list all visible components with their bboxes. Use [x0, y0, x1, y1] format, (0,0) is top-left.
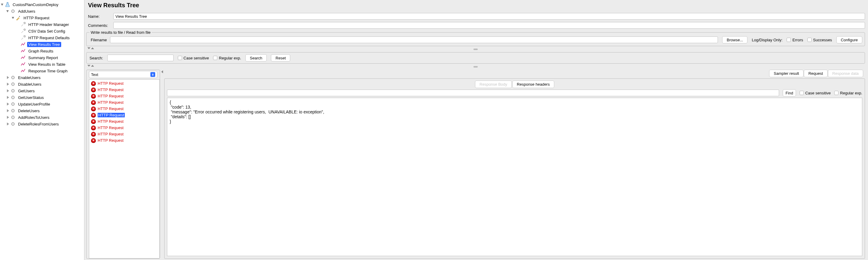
errors-label: Errors [792, 38, 803, 42]
configure-button[interactable]: Configure [836, 36, 862, 44]
tree-node-sibling[interactable]: EnableUsers [1, 74, 84, 81]
comments-input[interactable] [113, 22, 865, 29]
tree-node-sibling[interactable]: GetUserStatus [1, 94, 84, 101]
gear-icon [10, 8, 16, 14]
tree-label: HTTP Request Defaults [27, 35, 71, 40]
svg-point-3 [12, 10, 13, 12]
tab-response-data[interactable]: Response data [828, 70, 863, 77]
successes-checkbox[interactable] [807, 38, 812, 42]
svg-marker-27 [7, 122, 9, 125]
result-row[interactable]: HTTP Request [89, 124, 159, 131]
error-icon [91, 100, 96, 105]
tree-node-child[interactable]: HTTP Request Defaults [1, 34, 84, 41]
find-button[interactable]: Find [783, 89, 796, 96]
name-input[interactable] [113, 13, 865, 20]
tree-node-child[interactable]: View Results Tree [1, 41, 84, 48]
svg-marker-24 [7, 116, 9, 119]
tree-node-sibling[interactable]: UpdateUserProfile [1, 101, 84, 107]
tree-label: AddUsers [17, 9, 36, 14]
result-row[interactable]: HTTP Request [89, 137, 159, 144]
tree-label: View Results Tree [27, 42, 61, 47]
tree-node-threadgroup[interactable]: AddUsers [1, 8, 84, 15]
tab-sampler-result[interactable]: Sampler result [769, 70, 804, 77]
result-row[interactable]: HTTP Request [89, 106, 159, 112]
error-icon [91, 119, 96, 124]
search-case-checkbox[interactable] [178, 56, 182, 60]
result-row[interactable]: HTTP Request [89, 118, 159, 124]
result-row[interactable]: HTTP Request [89, 131, 159, 137]
tree-label: GetUserStatus [17, 95, 45, 100]
tree-label: HTTP Request [22, 16, 51, 21]
reset-button[interactable]: Reset [271, 54, 290, 61]
wrench-icon [21, 22, 26, 27]
gear-icon [10, 81, 16, 87]
filename-input[interactable] [110, 36, 718, 43]
tree-label: Summary Report [27, 55, 59, 60]
tree-node-child[interactable]: View Results in Table [1, 61, 84, 67]
tab-response-headers[interactable]: Response headers [513, 81, 554, 88]
test-plan-tree[interactable]: CustosPlanCustomDeploy AddUsers HTTP Req… [0, 0, 84, 260]
tree-node-child[interactable]: Graph Results [1, 48, 84, 54]
splitter-horizontal[interactable] [86, 65, 865, 68]
chart-icon [21, 61, 26, 67]
renderer-select[interactable]: Text [89, 71, 157, 78]
file-groupbox: Write results to file / Read from file F… [86, 32, 865, 46]
tree-label: DeleteRolesFromUsers [17, 121, 60, 127]
search-input[interactable] [107, 55, 174, 61]
dropdown-icon [150, 72, 155, 77]
svg-point-26 [12, 117, 13, 118]
result-row[interactable]: HTTP Request [89, 99, 159, 106]
tree-node-sibling[interactable]: GetUsers [1, 87, 84, 94]
error-icon [91, 138, 96, 143]
svg-point-8 [12, 77, 13, 78]
result-row[interactable]: HTTP Request [89, 112, 159, 118]
search-bar: Search: Case sensitive Regular exp. Sear… [86, 52, 865, 64]
result-row[interactable]: HTTP Request [89, 87, 159, 93]
tree-node-sibling[interactable]: DeleteRolesFromUsers [1, 121, 84, 127]
tree-node-child[interactable]: Response Time Graph [1, 67, 84, 74]
successes-label: Successes [813, 38, 832, 42]
splitter-horizontal[interactable] [86, 47, 865, 50]
response-body-text[interactable]: { "code": 13, "message": "Error occurred… [167, 98, 862, 256]
tree-label: DeleteUsers [17, 108, 41, 113]
errors-checkbox[interactable] [786, 38, 791, 42]
tree-label: EnableUsers [17, 75, 41, 80]
results-list[interactable]: HTTP RequestHTTP RequestHTTP RequestHTTP… [89, 79, 160, 259]
page-title: View Results Tree [88, 2, 865, 9]
tree-node-sampler[interactable]: HTTP Request [1, 15, 84, 21]
error-icon [91, 107, 96, 111]
tree-node-sibling[interactable]: DisableUsers [1, 81, 84, 87]
search-regex-checkbox[interactable] [213, 56, 217, 60]
gear-icon [10, 95, 16, 100]
tree-node-child[interactable]: Summary Report [1, 54, 84, 61]
svg-point-17 [12, 97, 13, 98]
tree-node-sibling[interactable]: AddRolesToUsers [1, 114, 84, 121]
filename-label: Filename [89, 38, 110, 42]
svg-point-29 [12, 123, 13, 124]
tab-response-body[interactable]: Response Body [475, 81, 512, 88]
result-row[interactable]: HTTP Request [89, 80, 159, 87]
chart-icon [21, 41, 26, 47]
find-input[interactable] [167, 90, 779, 96]
tree-label: HTTP Header Manager [27, 22, 70, 27]
tree-label: DisableUsers [17, 82, 42, 87]
find-case-checkbox[interactable] [800, 91, 804, 95]
tree-node-testplan[interactable]: CustosPlanCustomDeploy [1, 1, 84, 8]
svg-marker-6 [7, 76, 9, 79]
search-case-label: Case sensitive [184, 56, 209, 60]
tree-node-sibling[interactable]: DeleteUsers [1, 107, 84, 114]
svg-marker-1 [6, 10, 9, 12]
browse-button[interactable]: Browse... [722, 36, 747, 44]
result-row[interactable]: HTTP Request [89, 93, 159, 99]
tree-node-child[interactable]: HTTP Header Manager [1, 21, 84, 28]
search-button[interactable]: Search [245, 54, 267, 61]
error-icon [91, 132, 96, 137]
tree-label: AddRolesToUsers [17, 115, 51, 120]
tree-label: UpdateUserProfile [17, 102, 51, 107]
tab-request[interactable]: Request [804, 70, 827, 77]
tree-node-child[interactable]: CSV Data Set Config [1, 28, 84, 34]
splitter-vertical[interactable] [160, 70, 164, 259]
error-icon [91, 81, 96, 86]
find-regex-checkbox[interactable] [834, 91, 838, 95]
tree-label: Response Time Graph [27, 68, 69, 74]
